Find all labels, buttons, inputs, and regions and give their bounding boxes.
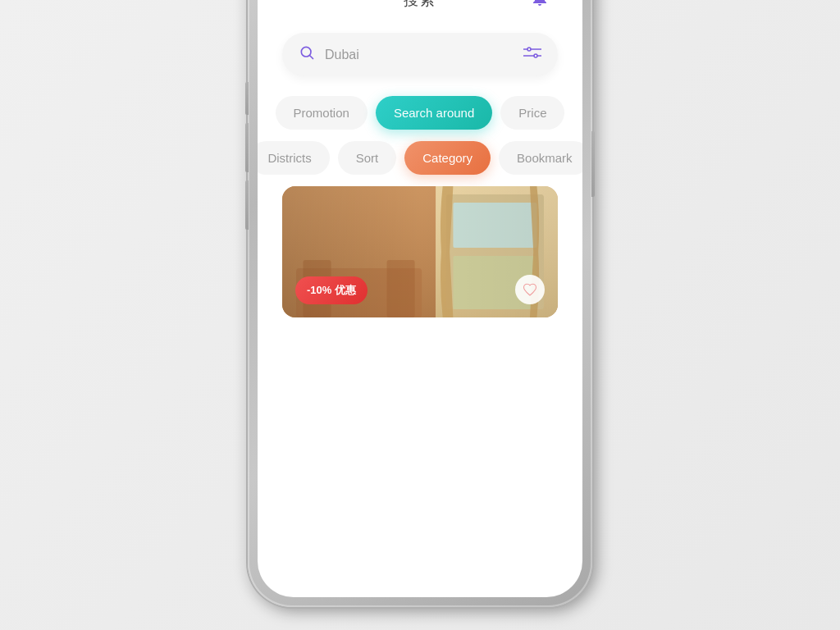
- filter-row-2: DistrictsSortCategoryBookmark: [274, 141, 566, 175]
- discount-badge: -10% 优惠: [295, 276, 368, 304]
- page-title: 搜索: [404, 0, 436, 10]
- app-content: 搜索 Dubai: [258, 0, 582, 317]
- volume-down-button[interactable]: [245, 123, 249, 172]
- notification-bell-icon[interactable]: [530, 0, 550, 12]
- filter-chip-sort[interactable]: Sort: [338, 141, 397, 175]
- svg-rect-12: [453, 203, 536, 248]
- filter-chip-category[interactable]: Category: [404, 141, 491, 175]
- phone-shell: 9:41: [248, 0, 592, 607]
- phone-screen: 9:41: [258, 0, 582, 597]
- search-bar[interactable]: Dubai: [282, 33, 558, 76]
- search-icon: [299, 44, 315, 65]
- power-button[interactable]: [591, 131, 595, 197]
- app-header: 搜索: [274, 0, 566, 20]
- property-card: -10% 优惠: [282, 186, 558, 317]
- filter-chip-promotion[interactable]: Promotion: [276, 96, 368, 130]
- filter-icon[interactable]: [523, 45, 541, 64]
- volume-up-button[interactable]: [245, 82, 249, 115]
- svg-rect-16: [387, 260, 415, 317]
- scene: 9:41: [0, 0, 840, 630]
- filter-chip-price[interactable]: Price: [500, 96, 564, 130]
- filter-chip-search-around[interactable]: Search around: [376, 96, 492, 130]
- filter-chip-districts[interactable]: Districts: [258, 141, 330, 175]
- filter-row-1: PromotionSearch aroundPrice: [274, 96, 566, 130]
- silent-button[interactable]: [245, 180, 249, 230]
- search-input[interactable]: Dubai: [325, 48, 523, 62]
- favorite-button[interactable]: [515, 275, 545, 304]
- filter-chip-bookmark[interactable]: Bookmark: [499, 141, 582, 175]
